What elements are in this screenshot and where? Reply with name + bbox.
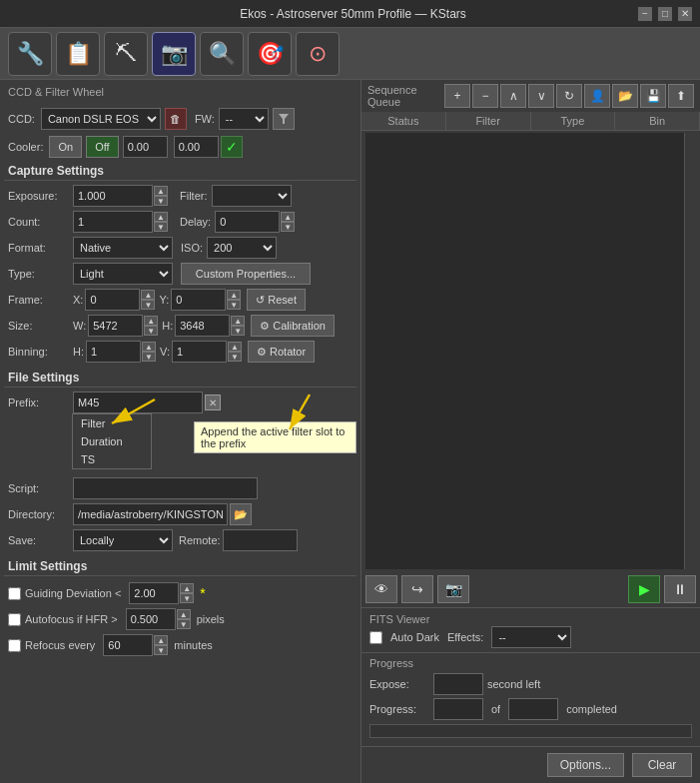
binning-v-up[interactable]: ▲ bbox=[228, 342, 242, 352]
minimize-button[interactable]: − bbox=[638, 7, 652, 21]
seq-user-btn[interactable]: 👤 bbox=[584, 84, 610, 108]
type-select[interactable]: Light bbox=[73, 263, 173, 285]
ccd-delete-btn[interactable]: 🗑 bbox=[165, 108, 187, 130]
prefix-input[interactable] bbox=[73, 392, 203, 413]
autofocus-down[interactable]: ▼ bbox=[177, 619, 191, 629]
prefix-clear-btn[interactable]: ✕ bbox=[205, 394, 221, 410]
pause-icon: ⏸ bbox=[673, 581, 687, 597]
exposure-input[interactable] bbox=[73, 185, 153, 207]
progress-total-input[interactable] bbox=[508, 698, 558, 720]
format-select[interactable]: Native bbox=[73, 237, 173, 259]
size-w-up[interactable]: ▲ bbox=[144, 316, 158, 326]
seq-down-btn[interactable]: ∨ bbox=[528, 84, 554, 108]
delay-up-arrow[interactable]: ▲ bbox=[281, 212, 295, 222]
cooler-check-btn[interactable]: ✓ bbox=[221, 136, 243, 158]
count-input[interactable] bbox=[73, 211, 153, 233]
scrollbar-right[interactable] bbox=[684, 133, 696, 569]
delay-down-arrow[interactable]: ▼ bbox=[281, 222, 295, 232]
autofocus-input[interactable] bbox=[126, 608, 176, 630]
reset-btn[interactable]: ↺ Reset bbox=[247, 289, 306, 311]
frame-y-input[interactable] bbox=[171, 289, 226, 311]
cooler-temp2-input[interactable] bbox=[174, 136, 219, 158]
binning-h-input[interactable] bbox=[86, 341, 141, 363]
play-btns-group: ▶ ⏸ bbox=[628, 575, 696, 603]
frame-x-up[interactable]: ▲ bbox=[141, 290, 155, 300]
view-btn-3[interactable]: 📷 bbox=[437, 575, 469, 603]
frame-x-input[interactable] bbox=[85, 289, 140, 311]
size-w-down[interactable]: ▼ bbox=[144, 326, 158, 336]
maximize-button[interactable]: □ bbox=[658, 7, 672, 21]
guiding-dev-up[interactable]: ▲ bbox=[180, 583, 194, 593]
progress-input[interactable] bbox=[433, 698, 483, 720]
directory-input[interactable] bbox=[73, 503, 228, 525]
seq-up-btn[interactable]: ∧ bbox=[500, 84, 526, 108]
clear-btn[interactable]: Clear bbox=[632, 753, 692, 777]
seq-refresh-btn[interactable]: ↻ bbox=[556, 84, 582, 108]
expose-input[interactable] bbox=[433, 673, 483, 695]
guiding-dev-input[interactable] bbox=[129, 582, 179, 604]
binning-v-input[interactable] bbox=[172, 341, 227, 363]
dropdown-item-ts[interactable]: TS bbox=[73, 450, 151, 468]
options-btn[interactable]: Options... bbox=[547, 753, 624, 777]
camera-toolbar-btn[interactable]: 📷 bbox=[152, 32, 196, 76]
ccd-select[interactable]: Canon DSLR EOS 6D bbox=[41, 108, 161, 130]
refocus-input[interactable] bbox=[103, 634, 153, 656]
count-up-arrow[interactable]: ▲ bbox=[154, 212, 168, 222]
capture-toolbar-btn[interactable]: ⊙ bbox=[296, 32, 340, 76]
autofocus-up[interactable]: ▲ bbox=[177, 609, 191, 619]
script-input[interactable] bbox=[73, 477, 258, 499]
delay-input[interactable] bbox=[215, 211, 280, 233]
close-button[interactable]: ✕ bbox=[678, 7, 692, 21]
size-h-input[interactable] bbox=[175, 315, 230, 337]
size-h-up[interactable]: ▲ bbox=[231, 316, 245, 326]
focus-toolbar-btn[interactable]: 🔍 bbox=[200, 32, 244, 76]
seq-open-btn[interactable]: 📂 bbox=[612, 84, 638, 108]
auto-dark-checkbox[interactable] bbox=[369, 631, 382, 644]
dropdown-item-filter[interactable]: Filter bbox=[73, 414, 151, 432]
frame-x-down[interactable]: ▼ bbox=[141, 300, 155, 310]
seq-add-btn[interactable]: + bbox=[444, 84, 470, 108]
custom-props-btn[interactable]: Custom Properties... bbox=[181, 263, 311, 285]
view-btn-1[interactable]: 👁 bbox=[365, 575, 397, 603]
save-select[interactable]: Locally bbox=[73, 529, 173, 551]
calibration-btn[interactable]: ⚙ Calibration bbox=[251, 315, 335, 337]
refocus-down[interactable]: ▼ bbox=[154, 645, 168, 655]
seq-remove-btn[interactable]: − bbox=[472, 84, 498, 108]
play-btn[interactable]: ▶ bbox=[628, 575, 660, 603]
binning-v-down[interactable]: ▼ bbox=[228, 352, 242, 362]
binning-h-down[interactable]: ▼ bbox=[142, 352, 156, 362]
autofocus-checkbox[interactable] bbox=[8, 613, 21, 626]
guide-toolbar-btn[interactable]: 🎯 bbox=[248, 32, 292, 76]
cooler-off-btn[interactable]: Off bbox=[86, 136, 118, 158]
view-btn-2[interactable]: ↪ bbox=[401, 575, 433, 603]
rotator-btn[interactable]: ⚙ Rotator bbox=[248, 341, 315, 363]
count-down-arrow[interactable]: ▼ bbox=[154, 222, 168, 232]
frame-y-up[interactable]: ▲ bbox=[227, 290, 241, 300]
size-w-input[interactable] bbox=[88, 315, 143, 337]
size-h-down[interactable]: ▼ bbox=[231, 326, 245, 336]
cooler-on-btn[interactable]: On bbox=[49, 136, 82, 158]
guiding-dev-checkbox[interactable] bbox=[8, 587, 21, 600]
journal-toolbar-btn[interactable]: 📋 bbox=[56, 32, 100, 76]
cooler-temp1-input[interactable] bbox=[123, 136, 168, 158]
fw-select[interactable]: -- bbox=[219, 108, 269, 130]
exposure-up-arrow[interactable]: ▲ bbox=[154, 186, 168, 196]
binning-h-up[interactable]: ▲ bbox=[142, 342, 156, 352]
wrench-toolbar-btn[interactable]: 🔧 bbox=[8, 32, 52, 76]
dropdown-item-duration[interactable]: Duration bbox=[73, 432, 151, 450]
pause-btn[interactable]: ⏸ bbox=[664, 575, 696, 603]
iso-select[interactable]: 200 bbox=[207, 237, 277, 259]
effects-select[interactable]: -- bbox=[491, 626, 571, 648]
directory-browse-btn[interactable]: 📂 bbox=[230, 503, 252, 525]
filter-icon[interactable] bbox=[273, 108, 295, 130]
filter-select[interactable] bbox=[212, 185, 292, 207]
frame-y-down[interactable]: ▼ bbox=[227, 300, 241, 310]
guiding-dev-down[interactable]: ▼ bbox=[180, 593, 194, 603]
mount-toolbar-btn[interactable]: ⛏ bbox=[104, 32, 148, 76]
exposure-down-arrow[interactable]: ▼ bbox=[154, 196, 168, 206]
refocus-checkbox[interactable] bbox=[8, 639, 21, 652]
seq-save-btn[interactable]: 💾 bbox=[640, 84, 666, 108]
seq-export-btn[interactable]: ⬆ bbox=[668, 84, 694, 108]
refocus-up[interactable]: ▲ bbox=[154, 635, 168, 645]
remote-input[interactable] bbox=[223, 529, 298, 551]
